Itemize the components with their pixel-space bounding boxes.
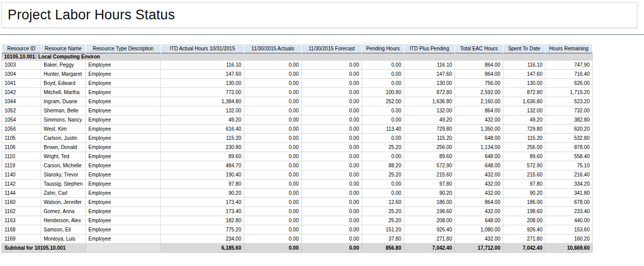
cell-resource-type-description: Employee bbox=[86, 152, 161, 161]
table-row: 1160Watson, JenniferEmployee173.400.000.… bbox=[2, 198, 593, 207]
cell-hours-remaining: 233.40 bbox=[545, 207, 593, 216]
cell-11-30-2015-actuals: 0.00 bbox=[244, 152, 302, 161]
cell-11-30-2015-forecast: 0.00 bbox=[302, 170, 362, 180]
cell-hours-remaining: 678.00 bbox=[545, 198, 593, 207]
cell-itd-plus-pending: 147.60 bbox=[404, 70, 455, 79]
table-row: 1056West, KimEmployee616.400.000.00113.4… bbox=[2, 125, 593, 134]
cell-itd-plus-pending: 208.00 bbox=[404, 216, 455, 225]
cell-resource-name: West, Kim bbox=[41, 125, 86, 134]
cell-itd-plus-pending: 215.60 bbox=[404, 170, 455, 180]
cell-resource-name: Brown, Donald bbox=[41, 143, 86, 152]
cell-resource-name: Ingram, Duane bbox=[41, 97, 86, 106]
cell-resource-id: 1142 bbox=[2, 180, 41, 189]
subtotal-label: Subtotal for 10105.10.001 bbox=[2, 244, 86, 253]
page-title: Project Labor Hours Status bbox=[8, 7, 175, 23]
cell-pending-hours: 88.20 bbox=[362, 161, 404, 170]
cell-spent-to-date: 572.90 bbox=[503, 161, 545, 170]
column-header: Total EAC Hours bbox=[455, 44, 503, 53]
table-row: 1140Slansky, TrevorEmployee190.400.000.0… bbox=[2, 170, 593, 180]
cell-spent-to-date: 215.60 bbox=[503, 170, 545, 180]
cell-total-eac-hours: 432.00 bbox=[455, 115, 503, 125]
cell-spent-to-date: 198.60 bbox=[503, 207, 545, 216]
cell-resource-type-description: Employee bbox=[86, 189, 161, 198]
cell-hours-remaining: 620.20 bbox=[545, 125, 593, 134]
cell-pending-hours: 25.20 bbox=[362, 143, 404, 152]
subtotal-spent-to-date: 7,042.40 bbox=[503, 244, 545, 253]
cell-spent-to-date: 1,636.80 bbox=[503, 97, 545, 106]
table-row: 1169Montoya, LuisEmployee234.000.000.003… bbox=[2, 234, 593, 244]
cell-itd-plus-pending: 271.80 bbox=[404, 234, 455, 244]
table-header-row: Resource IDResource NameResource Type De… bbox=[2, 44, 593, 53]
cell-itd-actual-hours-10-31-2015: 130.00 bbox=[161, 79, 244, 88]
cell-pending-hours: 100.80 bbox=[362, 88, 404, 97]
cell-hours-remaining: 334.20 bbox=[545, 180, 593, 189]
cell-itd-plus-pending: 115.20 bbox=[404, 134, 455, 143]
cell-resource-type-description: Employee bbox=[86, 198, 161, 207]
cell-hours-remaining: 523.20 bbox=[545, 97, 593, 106]
cell-hours-remaining: 440.00 bbox=[545, 216, 593, 225]
cell-11-30-2015-actuals: 0.00 bbox=[244, 143, 302, 152]
cell-pending-hours: 252.00 bbox=[362, 97, 404, 106]
cell-itd-actual-hours-10-31-2015: 173.40 bbox=[161, 207, 244, 216]
cell-hours-remaining: 732.00 bbox=[545, 106, 593, 115]
cell-resource-id: 1144 bbox=[2, 189, 41, 198]
table-row: 1144Zahn, CarlEmployee90.200.000.000.009… bbox=[2, 189, 593, 198]
column-header: Spent To Date bbox=[503, 44, 545, 53]
subtotal-11-30-2015-actuals: 0.00 bbox=[244, 244, 302, 253]
cell-itd-actual-hours-10-31-2015: 182.80 bbox=[161, 216, 244, 225]
cell-11-30-2015-actuals: 0.00 bbox=[244, 79, 302, 88]
table-row: 1003Baker, PeggyEmployee116.100.000.000.… bbox=[2, 61, 593, 70]
subtotal-itd-actual-hours-10-31-2015: 6,185.60 bbox=[161, 244, 244, 253]
cell-total-eac-hours: 432.00 bbox=[455, 170, 503, 180]
cell-spent-to-date: 97.80 bbox=[503, 180, 545, 189]
cell-itd-actual-hours-10-31-2015: 234.00 bbox=[161, 234, 244, 244]
cell-11-30-2015-forecast: 0.00 bbox=[302, 161, 362, 170]
cell-total-eac-hours: 756.00 bbox=[455, 79, 503, 88]
cell-itd-plus-pending: 49.20 bbox=[404, 115, 455, 125]
cell-resource-type-description: Employee bbox=[86, 61, 161, 70]
column-header: ITD Plus Pending bbox=[404, 44, 455, 53]
cell-hours-remaining: 160.20 bbox=[545, 234, 593, 244]
cell-resource-type-description: Employee bbox=[86, 97, 161, 106]
cell-spent-to-date: 147.60 bbox=[503, 70, 545, 79]
cell-pending-hours: 0.00 bbox=[362, 79, 404, 88]
column-header: Resource ID bbox=[2, 44, 41, 53]
cell-11-30-2015-actuals: 0.00 bbox=[244, 161, 302, 170]
subtotal-total-eac-hours: 17,712.00 bbox=[455, 244, 503, 253]
cell-resource-name: Gomez, Anna bbox=[41, 207, 86, 216]
cell-itd-plus-pending: 186.00 bbox=[404, 198, 455, 207]
cell-resource-type-description: Employee bbox=[86, 180, 161, 189]
table-row: 1119Carson, MichelleEmployee484.700.000.… bbox=[2, 161, 593, 170]
cell-resource-id: 1106 bbox=[2, 143, 41, 152]
cell-itd-actual-hours-10-31-2015: 116.10 bbox=[161, 61, 244, 70]
cell-resource-name: Zahn, Carl bbox=[41, 189, 86, 198]
cell-total-eac-hours: 432.00 bbox=[455, 234, 503, 244]
cell-itd-actual-hours-10-31-2015: 230.80 bbox=[161, 143, 244, 152]
cell-resource-name: Taussig, Stephen bbox=[41, 180, 86, 189]
cell-resource-name: Carlson, Justin bbox=[41, 134, 86, 143]
subtotal-pending-hours: 856.80 bbox=[362, 244, 404, 253]
cell-11-30-2015-actuals: 0.00 bbox=[244, 170, 302, 180]
cell-resource-type-description: Employee bbox=[86, 106, 161, 115]
cell-11-30-2015-forecast: 0.00 bbox=[302, 61, 362, 70]
cell-itd-actual-hours-10-31-2015: 115.20 bbox=[161, 134, 244, 143]
cell-hours-remaining: 75.10 bbox=[545, 161, 593, 170]
group-header-label: 10105.10.001: Local Computing Environ bbox=[2, 53, 593, 61]
cell-hours-remaining: 558.40 bbox=[545, 152, 593, 161]
table-row: 1162Gomez, AnnaEmployee173.400.000.0025.… bbox=[2, 207, 593, 216]
cell-itd-plus-pending: 130.00 bbox=[404, 79, 455, 88]
cell-itd-plus-pending: 97.80 bbox=[404, 180, 455, 189]
cell-resource-name: Simmons, Nancy bbox=[41, 115, 86, 125]
cell-11-30-2015-forecast: 0.00 bbox=[302, 143, 362, 152]
cell-pending-hours: 12.60 bbox=[362, 198, 404, 207]
cell-total-eac-hours: 1,134.00 bbox=[455, 143, 503, 152]
cell-resource-name: Montoya, Luis bbox=[41, 234, 86, 244]
column-header: Pending Hours bbox=[362, 44, 404, 53]
cell-11-30-2015-actuals: 0.00 bbox=[244, 61, 302, 70]
cell-11-30-2015-actuals: 0.00 bbox=[244, 198, 302, 207]
cell-11-30-2015-actuals: 0.00 bbox=[244, 180, 302, 189]
cell-pending-hours: 151.20 bbox=[362, 225, 404, 234]
table-row: 1168Samson, EliEmployee775.200.000.00151… bbox=[2, 225, 593, 234]
cell-spent-to-date: 130.00 bbox=[503, 79, 545, 88]
cell-11-30-2015-forecast: 0.00 bbox=[302, 125, 362, 134]
